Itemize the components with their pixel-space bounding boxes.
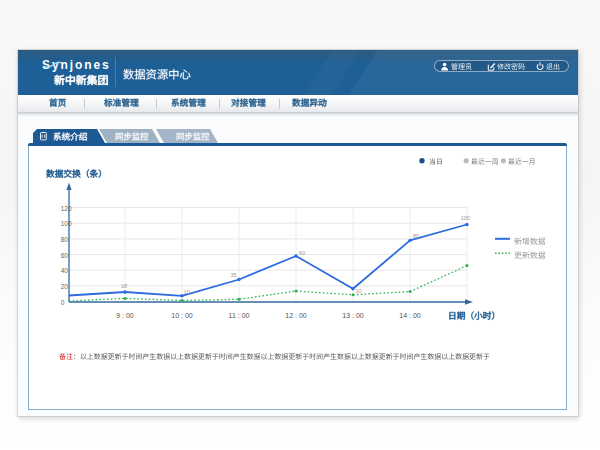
svg-text:80: 80 <box>413 233 419 239</box>
svg-text:14 : 00: 14 : 00 <box>399 312 421 319</box>
svg-text:60: 60 <box>299 250 305 256</box>
svg-text:18: 18 <box>121 283 127 289</box>
svg-text:40: 40 <box>61 267 69 274</box>
svg-text:60: 60 <box>61 252 69 259</box>
svg-text:80: 80 <box>61 236 69 243</box>
svg-text:100: 100 <box>461 215 470 221</box>
svg-text:12 : 00: 12 : 00 <box>285 312 307 319</box>
svg-text:10 : 00: 10 : 00 <box>171 312 193 319</box>
svg-text:100: 100 <box>61 220 72 227</box>
svg-text:35: 35 <box>230 272 236 278</box>
svg-text:120: 120 <box>61 205 72 212</box>
svg-text:0: 0 <box>61 299 65 306</box>
svg-text:13 : 00: 13 : 00 <box>342 312 364 319</box>
svg-text:10: 10 <box>184 289 190 295</box>
svg-text:9 : 00: 9 : 00 <box>116 312 134 319</box>
svg-text:20: 20 <box>61 283 69 290</box>
svg-text:11 : 00: 11 : 00 <box>229 312 250 319</box>
svg-text:10: 10 <box>356 288 362 294</box>
